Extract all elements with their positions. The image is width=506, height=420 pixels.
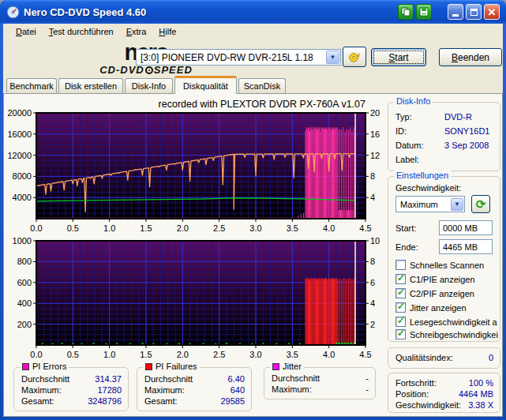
svg-text:4: 4	[370, 193, 375, 202]
stat-label: Durchschnitt	[144, 374, 193, 384]
quality-index-value: 0	[489, 353, 493, 362]
svg-text:4.5: 4.5	[359, 223, 371, 233]
svg-text:2.5: 2.5	[213, 223, 225, 233]
progress-label: Fortschritt:	[395, 378, 437, 388]
tab-diskqualitaet[interactable]: Diskqualität	[174, 76, 237, 94]
svg-text:1.5: 1.5	[140, 223, 152, 233]
start-button[interactable]: Start	[371, 48, 426, 66]
checkbox-schnelles-scannen[interactable]: Schnelles Scannen	[395, 259, 500, 271]
disk-type-value: DVD-R	[444, 112, 472, 122]
svg-text:1.0: 1.0	[103, 223, 115, 233]
checkbox-jitter[interactable]: Jitter anzeigen	[395, 302, 500, 313]
end-pos-input[interactable]	[439, 239, 493, 254]
start-pos-input[interactable]	[439, 220, 493, 235]
tab-disk-erstellen[interactable]: Disk erstellen	[58, 78, 123, 93]
svg-text:2.5: 2.5	[213, 350, 225, 359]
speed-readout-label: Geschwindigkeit:	[395, 400, 461, 410]
refresh-icon: ⟳	[476, 197, 486, 212]
pi-errors-swatch	[22, 363, 29, 370]
svg-text:400: 400	[17, 298, 32, 308]
jitter-stats-title: Jitter	[283, 362, 302, 371]
svg-text:4000: 4000	[13, 193, 32, 202]
settings-panel: Einstellungen Geschwindigkeit: Maximum ▼…	[388, 176, 500, 342]
stat-label: Gesamt:	[144, 396, 178, 406]
svg-text:10: 10	[370, 236, 380, 246]
checkbox-label: Schreibgeschwindigkei	[410, 330, 498, 339]
maximize-button[interactable]	[466, 4, 482, 20]
svg-text:0.5: 0.5	[67, 223, 79, 233]
pi-errors-stats-panel: PI Errors Durchschnitt314.37 Maximum:172…	[13, 367, 129, 411]
minimize-icon	[452, 14, 459, 17]
quality-index-panel: Qualitätsindex:0	[388, 347, 500, 369]
quit-button[interactable]: Beenden	[439, 48, 502, 66]
svg-text:3.0: 3.0	[249, 223, 261, 233]
menu-bar: Datei Test durchführen Extra Hilfe	[3, 24, 503, 39]
position-value: 4464 MB	[459, 389, 493, 399]
refresh-speed-button[interactable]: ⟳	[471, 195, 490, 213]
svg-text:0.5: 0.5	[67, 350, 79, 359]
tab-benchmark[interactable]: Benchmark	[6, 78, 57, 93]
checkbox-label: Jitter anzeigen	[410, 303, 467, 313]
minimize-button[interactable]	[448, 4, 463, 20]
tab-scandisk[interactable]: ScanDisk	[238, 78, 286, 93]
menu-datei[interactable]: Datei	[9, 25, 43, 38]
stat-label: Durchschnitt	[21, 374, 69, 384]
title-bar[interactable]: Nero CD-DVD Speed 4.60 ✕	[0, 0, 506, 24]
disc-icon	[145, 66, 153, 74]
checkbox-icon	[395, 288, 406, 298]
disk-date-value: 3 Sep 2008	[444, 141, 489, 150]
pi-errors-chart: 20000201600016120001280008400040.00.51.0…	[4, 97, 384, 233]
stat-label: Maximum:	[144, 385, 185, 395]
svg-text:4.0: 4.0	[323, 350, 335, 359]
stat-value: 6.40	[228, 374, 245, 384]
svg-text:0.0: 0.0	[30, 350, 42, 359]
speed-select-dropdown-button[interactable]: ▼	[451, 198, 463, 211]
close-icon: ✕	[488, 7, 497, 17]
disk-id-label: ID:	[395, 126, 407, 136]
checkbox-icon	[395, 317, 406, 327]
svg-text:16: 16	[370, 129, 380, 139]
svg-text:600: 600	[17, 278, 32, 287]
stat-value: 640	[231, 385, 245, 395]
menu-extra[interactable]: Extra	[120, 25, 153, 38]
stat-value: 314.37	[95, 374, 122, 384]
checkbox-c1-pie[interactable]: C1/PIE anzeigen	[395, 273, 500, 285]
menu-test-durchfuehren[interactable]: Test durchführen	[43, 25, 120, 38]
stat-value: -	[365, 384, 369, 394]
svg-text:8000: 8000	[13, 171, 32, 181]
drive-select[interactable]: [3:0] PIONEER DVD-RW DVR-215L 1.18 ▼	[136, 49, 341, 66]
stat-value: 3248796	[88, 396, 122, 406]
nero-logo-product-b: SPEED	[154, 65, 193, 75]
tab-disk-info[interactable]: Disk-Info	[125, 78, 173, 93]
svg-text:20000: 20000	[7, 108, 32, 118]
save-chart-button[interactable]	[416, 4, 432, 20]
checkbox-icon	[395, 302, 406, 313]
close-button[interactable]: ✕	[484, 4, 500, 20]
pi-errors-stats-title: PI Errors	[32, 362, 66, 371]
checkbox-lesegeschwindigkeit[interactable]: Lesegeschwindigkeit a	[395, 316, 500, 328]
svg-text:12000: 12000	[7, 151, 32, 160]
menu-hilfe[interactable]: Hilfe	[152, 25, 182, 38]
eject-disc-icon	[348, 51, 361, 63]
copy-chart-button[interactable]	[398, 4, 414, 20]
speed-select[interactable]: Maximum ▼	[395, 196, 465, 212]
eject-disc-button[interactable]	[343, 47, 366, 67]
svg-text:3.5: 3.5	[287, 223, 298, 233]
svg-text:800: 800	[17, 257, 32, 266]
start-pos-label: Start:	[395, 223, 416, 233]
pi-failures-stats-panel: PI Failures Durchschnitt6.40 Maximum:640…	[137, 367, 252, 411]
checkbox-schreibgeschwindigkeit[interactable]: Schreibgeschwindigkei	[395, 328, 500, 340]
pi-failures-stats-title: PI Failures	[156, 362, 197, 371]
disk-info-title: Disk-Info	[394, 96, 433, 106]
client-area: Datei Test durchführen Extra Hilfe nero …	[3, 24, 503, 417]
drive-select-dropdown-button[interactable]: ▼	[326, 51, 339, 64]
svg-text:4.0: 4.0	[323, 223, 335, 233]
disk-date-label: Datum:	[395, 141, 423, 150]
progress-panel: Fortschritt:100 % Position:4464 MB Gesch…	[388, 373, 500, 413]
progress-value: 100 %	[469, 378, 493, 388]
svg-text:2.0: 2.0	[177, 223, 189, 233]
checkbox-c2-pif[interactable]: C2/PIF anzeigen	[395, 287, 500, 299]
window-title: Nero CD-DVD Speed 4.60	[24, 6, 146, 18]
drive-select-value: [3:0] PIONEER DVD-RW DVR-215L 1.18	[137, 52, 325, 63]
checkbox-icon	[395, 329, 406, 339]
